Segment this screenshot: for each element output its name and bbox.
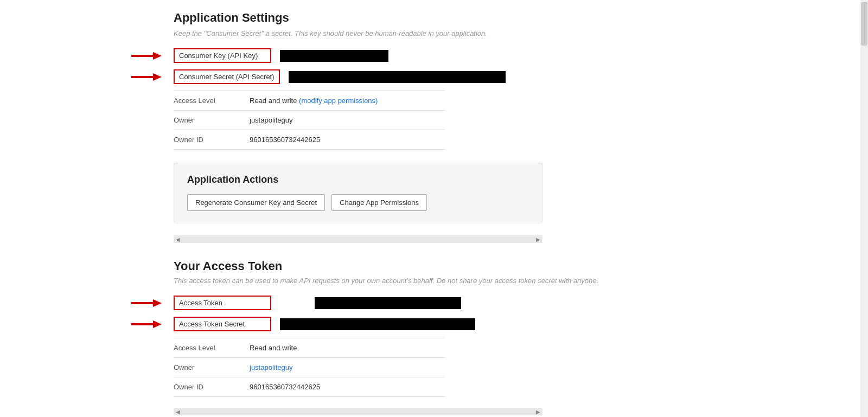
consumer-key-row: Consumer Key (API Key) [174,48,835,63]
svg-marker-5 [153,299,162,307]
modify-permissions-link[interactable]: (modify app permissions) [299,97,378,105]
horizontal-scrollbar-top[interactable]: ◀ ▶ [174,235,542,243]
consumer-secret-value [289,71,506,83]
app-actions-title: Application Actions [187,174,529,185]
info-row-access-level: Access Level Read and write (modify app … [174,91,445,111]
consumer-key-label: Consumer Key (API Key) [174,48,271,63]
scrollbar-bottom-arrows: ◀ ▶ [174,409,542,415]
owner-key: Owner [174,116,250,124]
change-permissions-button[interactable]: Change App Permissions [331,194,427,211]
arrow-consumer-secret [130,69,163,85]
access-token-secret-label: Access Token Secret [174,317,271,331]
access-token-secret-row: Access Token Secret [174,317,835,331]
arrow-consumer-key [130,48,163,64]
access-token-label: Access Token [174,296,271,310]
app-settings-info-table: Access Level Read and write (modify app … [174,91,835,150]
token-info-row-owner: Owner justapoliteguy [174,358,445,377]
token-access-level-key: Access Level [174,344,250,352]
access-token-info-table: Access Level Read and write Owner justap… [174,338,835,397]
scroll-right-arrow[interactable]: ▶ [536,236,540,242]
access-token-subtitle: This access token can be used to make AP… [174,277,835,285]
access-level-value: Read and write (modify app permissions) [250,97,378,105]
regenerate-key-button[interactable]: Regenerate Consumer Key and Secret [187,194,325,211]
access-token-value [315,297,461,309]
scroll-bottom-left-arrow[interactable]: ◀ [176,409,180,415]
owner-id-value: 960165360732442625 [250,136,320,144]
token-info-row-owner-id: Owner ID 960165360732442625 [174,377,445,397]
svg-marker-1 [153,52,162,60]
arrow-access-token-secret [130,316,163,332]
info-row-owner-id: Owner ID 960165360732442625 [174,130,445,150]
info-row-owner: Owner justapoliteguy [174,111,445,130]
access-token-secret-value [280,318,475,330]
token-owner-key: Owner [174,363,250,371]
horizontal-scrollbar-bottom[interactable]: ◀ ▶ [174,408,542,415]
scrollbar-arrows: ◀ ▶ [174,236,542,242]
access-token-section: Your Access Token This access token can … [174,259,835,415]
access-level-key: Access Level [174,97,250,105]
owner-value: justapoliteguy [250,116,293,124]
scroll-left-arrow[interactable]: ◀ [176,236,180,242]
vertical-scrollbar[interactable] [860,0,868,417]
consumer-secret-label: Consumer Secret (API Secret) [174,69,280,84]
owner-id-key: Owner ID [174,136,250,144]
application-actions-box: Application Actions Regenerate Consumer … [174,163,542,222]
scroll-bottom-right-arrow[interactable]: ▶ [536,409,540,415]
token-owner-link[interactable]: justapoliteguy [250,363,293,371]
token-owner-id-key: Owner ID [174,383,250,391]
consumer-key-value [280,50,388,62]
scrollbar-thumb[interactable] [861,2,867,46]
consumer-secret-row: Consumer Secret (API Secret) [174,69,835,84]
token-owner-id-value: 960165360732442625 [250,383,320,391]
arrow-access-token [130,295,163,311]
svg-marker-7 [153,320,162,328]
actions-buttons-group: Regenerate Consumer Key and Secret Chang… [187,194,529,211]
svg-marker-3 [153,73,162,81]
access-token-row: Access Token [174,296,835,310]
token-access-level-value: Read and write [250,344,297,352]
token-owner-value: justapoliteguy [250,363,293,371]
app-settings-title: Application Settings [174,11,835,25]
access-token-title: Your Access Token [174,259,835,273]
token-info-row-access-level: Access Level Read and write [174,338,445,358]
app-settings-subtitle: Keep the "Consumer Secret" a secret. Thi… [174,29,835,37]
